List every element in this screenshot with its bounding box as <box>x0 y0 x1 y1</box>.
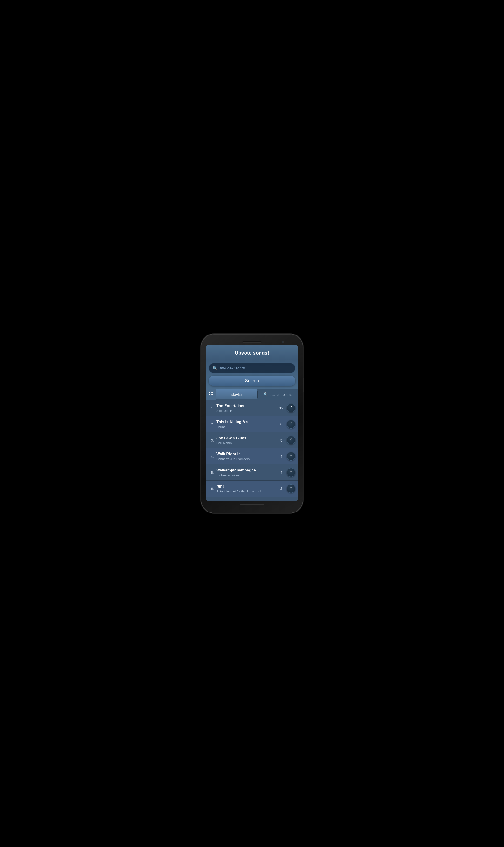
search-icon: 🔍 <box>213 366 218 370</box>
home-button[interactable] <box>240 504 264 505</box>
search-button[interactable]: Search <box>209 376 295 386</box>
song-title: The Entertainer <box>216 403 276 409</box>
chevron-up-icon <box>290 438 293 443</box>
song-title: Walkampfchampagne <box>216 468 276 473</box>
song-votes: 4 <box>278 470 284 474</box>
song-item: 2. This Is Killing Me Haunt 6 <box>206 416 298 432</box>
song-item: 1. The Entertainer Scott Joplin 12 <box>206 400 298 416</box>
search-input[interactable] <box>220 366 291 370</box>
song-artist: Erdbeerschnitzel <box>216 473 276 477</box>
search-input-wrapper: 🔍 <box>209 363 295 373</box>
song-title: run! <box>216 484 276 489</box>
camera <box>282 341 284 343</box>
song-item: 5. Walkampfchampagne Erdbeerschnitzel 4 <box>206 465 298 481</box>
chevron-up-icon <box>290 405 293 410</box>
chevron-up-icon <box>290 422 293 427</box>
song-item: 6. run! Entertainment for the Braindead … <box>206 481 298 497</box>
power-button <box>303 378 304 392</box>
song-info: The Entertainer Scott Joplin <box>216 403 276 413</box>
song-info: This Is Killing Me Haunt <box>216 420 276 429</box>
song-artist: Entertainment for the Braindead <box>216 489 276 493</box>
phone-screen: Upvote songs! 🔍 Search <box>206 345 298 501</box>
song-info: run! Entertainment for the Braindead <box>216 484 276 493</box>
speaker <box>242 341 262 343</box>
upvote-button[interactable] <box>287 484 295 493</box>
song-number: 2. <box>209 422 214 426</box>
song-item: 3. Joe Lewis Blues Carl Martin 5 <box>206 432 298 449</box>
app-title: Upvote songs! <box>235 350 269 356</box>
song-title: This Is Killing Me <box>216 420 276 425</box>
tab-search-results-label: search results <box>270 392 292 397</box>
tab-playlist-label: playlist <box>231 392 242 397</box>
screen-content: Upvote songs! 🔍 Search <box>206 345 298 501</box>
upvote-button[interactable] <box>287 468 295 477</box>
song-votes: 5 <box>278 438 284 442</box>
song-number: 6. <box>209 486 214 490</box>
phone-device: Upvote songs! 🔍 Search <box>201 334 303 513</box>
chevron-up-icon <box>290 470 293 475</box>
chevron-up-icon <box>290 454 293 459</box>
song-info: Walkampfchampagne Erdbeerschnitzel <box>216 468 276 477</box>
upvote-button[interactable] <box>287 420 295 429</box>
song-number: 5. <box>209 470 214 474</box>
song-artist: Carl Martin <box>216 441 276 445</box>
upvote-button[interactable] <box>287 436 295 445</box>
song-votes: 2 <box>278 486 284 490</box>
song-votes: 12 <box>278 406 284 410</box>
song-number: 3. <box>209 438 214 442</box>
song-item: 4. Walk Right In Cannon's Jug Stompers 4 <box>206 448 298 465</box>
song-artist: Scott Joplin <box>216 409 276 413</box>
song-artist: Haunt <box>216 425 276 429</box>
grid-icon <box>209 392 213 397</box>
song-number: 4. <box>209 454 214 459</box>
search-area: 🔍 Search <box>206 360 298 389</box>
tab-search-results[interactable]: 🔍 search results <box>257 389 299 399</box>
song-votes: 6 <box>278 422 284 426</box>
song-info: Joe Lewis Blues Carl Martin <box>216 436 276 445</box>
chevron-up-icon <box>290 486 293 491</box>
song-number: 1. <box>209 406 214 410</box>
phone-bottom-bar <box>206 501 298 508</box>
song-title: Walk Right In <box>216 452 276 457</box>
upvote-button[interactable] <box>287 404 295 412</box>
tab-playlist[interactable]: playlist <box>216 390 257 399</box>
song-artist: Cannon's Jug Stompers <box>216 457 276 461</box>
grid-view-button[interactable] <box>206 389 216 400</box>
phone-top-bar <box>206 339 298 345</box>
song-votes: 4 <box>278 454 284 459</box>
tabs-bar: playlist 🔍 search results <box>206 389 298 400</box>
song-title: Joe Lewis Blues <box>216 436 276 441</box>
upvote-button[interactable] <box>287 452 295 461</box>
search-tab-icon: 🔍 <box>264 392 268 397</box>
playlist-container: 1. The Entertainer Scott Joplin 12 2. Th… <box>206 400 298 501</box>
song-info: Walk Right In Cannon's Jug Stompers <box>216 452 276 461</box>
app-header: Upvote songs! <box>206 345 298 360</box>
